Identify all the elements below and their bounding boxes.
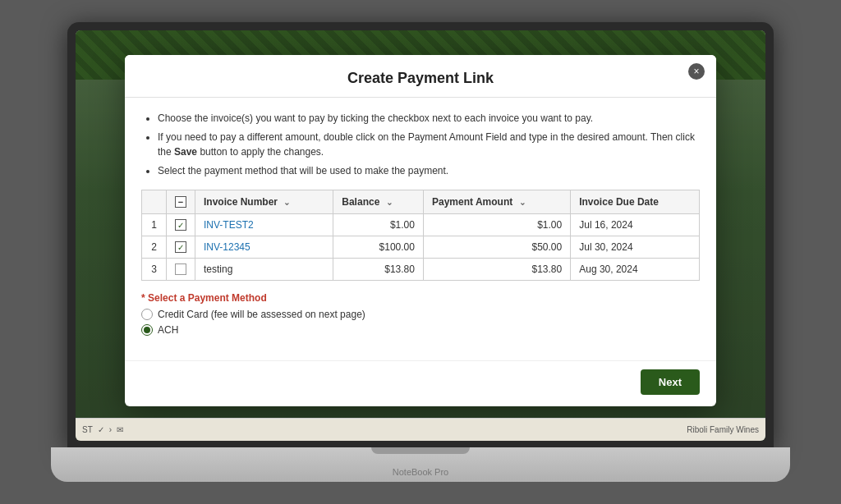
next-button[interactable]: Next — [641, 369, 700, 395]
radio-button-credit-card[interactable] — [141, 309, 153, 320]
taskbar-status-icon: ✓ — [98, 425, 104, 434]
radio-label-ach: ACH — [158, 324, 178, 336]
invoice-link-1[interactable]: INV-TEST2 — [204, 219, 254, 231]
modal-header: Create Payment Link × — [125, 55, 716, 98]
table-row: 1 ✓ INV-TEST2 $1.00 $1.00 — [142, 214, 700, 236]
modal-body: Choose the invoice(s) you want to pay by… — [125, 98, 716, 360]
laptop-brand-label: NoteBook Pro — [393, 467, 448, 477]
create-payment-link-modal: Create Payment Link × Choose the invoice… — [125, 55, 716, 406]
invoice-link-2[interactable]: INV-12345 — [204, 241, 250, 253]
screen-bezel: Create Payment Link × Choose the invoice… — [67, 22, 774, 449]
payment-amount-2[interactable]: $50.00 — [423, 236, 570, 259]
invoice-number-2[interactable]: INV-12345 — [195, 236, 333, 259]
taskbar-right: Riboli Family Wines — [687, 425, 759, 434]
instruction-3: Select the payment method that will be u… — [158, 163, 700, 178]
due-date-1: Jul 16, 2024 — [571, 214, 700, 236]
sort-icon-invoice: ⌄ — [283, 198, 290, 207]
instruction-1: Choose the invoice(s) you want to pay by… — [158, 111, 700, 126]
due-date-3: Aug 30, 2024 — [571, 259, 700, 281]
screen: Create Payment Link × Choose the invoice… — [76, 30, 765, 441]
taskbar: ST ✓ › ✉ Riboli Family Wines — [76, 418, 765, 441]
taskbar-company-name: Riboli Family Wines — [687, 425, 759, 434]
invoice-table: − Invoice Number ⌄ Balance ⌄ — [141, 190, 700, 281]
col-header-rownum — [142, 190, 167, 214]
balance-3: $13.80 — [333, 259, 424, 281]
checkbox-3[interactable] — [175, 263, 186, 275]
row-num-1: 1 — [142, 214, 167, 236]
checkbox-1[interactable]: ✓ — [175, 219, 186, 231]
radio-label-credit-card: Credit Card (fee will be assessed on nex… — [158, 309, 365, 320]
laptop-notch — [371, 447, 470, 454]
row-num-2: 2 — [142, 236, 167, 259]
radio-button-ach[interactable] — [141, 324, 153, 336]
payment-amount-3[interactable]: $13.80 — [423, 259, 570, 281]
invoice-number-3: testing — [195, 259, 333, 281]
taskbar-left-text: ST — [82, 425, 93, 434]
sort-icon-payment: ⌄ — [519, 198, 526, 207]
table-row: 2 ✓ INV-12345 $100.00 $50.00 — [142, 236, 700, 259]
payment-method-label: Select a Payment Method — [141, 292, 700, 304]
laptop-shell: Create Payment Link × Choose the invoice… — [67, 22, 774, 482]
balance-2: $100.00 — [333, 236, 424, 259]
payment-amount-1[interactable]: $1.00 — [423, 214, 570, 236]
taskbar-nav-icon: › — [109, 425, 112, 434]
modal-overlay: Create Payment Link × Choose the invoice… — [76, 30, 765, 441]
invoice-number-1[interactable]: INV-TEST2 — [195, 214, 333, 236]
payment-method-section: Select a Payment Method Credit Card (fee… — [141, 292, 700, 336]
checkbox-cell-3[interactable] — [167, 259, 195, 281]
instruction-2: If you need to pay a different amount, d… — [158, 130, 700, 159]
radio-item-credit-card[interactable]: Credit Card (fee will be assessed on nex… — [141, 309, 700, 320]
modal-footer: Next — [125, 360, 716, 406]
instructions-section: Choose the invoice(s) you want to pay by… — [141, 111, 700, 178]
checkbox-cell-2[interactable]: ✓ — [167, 236, 195, 259]
checkbox-cell-1[interactable]: ✓ — [167, 214, 195, 236]
select-all-checkbox[interactable]: − — [175, 196, 186, 208]
radio-item-ach[interactable]: ACH — [141, 324, 700, 336]
col-header-payment-amount[interactable]: Payment Amount ⌄ — [423, 190, 570, 214]
checkbox-2[interactable]: ✓ — [175, 241, 186, 253]
table-row: 3 testing $13.80 $13.80 — [142, 259, 700, 281]
balance-1: $1.00 — [333, 214, 424, 236]
col-header-checkbox[interactable]: − — [167, 190, 195, 214]
col-header-balance[interactable]: Balance ⌄ — [333, 190, 424, 214]
col-header-invoice-number[interactable]: Invoice Number ⌄ — [195, 190, 333, 214]
taskbar-mail-icon: ✉ — [117, 425, 123, 434]
modal-title: Create Payment Link — [347, 70, 494, 86]
row-num-3: 3 — [142, 259, 167, 281]
due-date-2: Jul 30, 2024 — [571, 236, 700, 259]
laptop-base: NoteBook Pro — [51, 447, 790, 482]
col-header-due-date: Invoice Due Date — [571, 190, 700, 214]
screen-background: Create Payment Link × Choose the invoice… — [76, 30, 765, 441]
radio-selected-indicator — [144, 327, 150, 333]
close-button[interactable]: × — [688, 63, 705, 80]
sort-icon-balance: ⌄ — [386, 198, 393, 207]
payment-method-radio-group: Credit Card (fee will be assessed on nex… — [141, 309, 700, 336]
